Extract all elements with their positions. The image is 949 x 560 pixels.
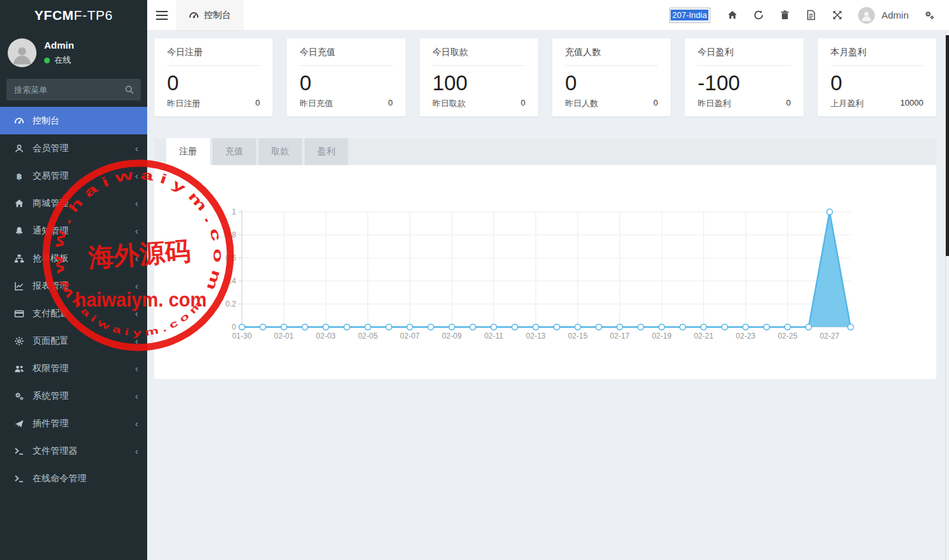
app-title-rest: F-TP6 <box>74 8 113 23</box>
stat-card-sub-value: 0 <box>786 98 790 109</box>
stat-card-title: 今日注册 <box>167 47 260 66</box>
main-content: 今日注册0昨日注册0今日充值0昨日充值0今日取款100昨日取款0充值人数0昨日人… <box>147 31 949 560</box>
chart-tab-withdraw[interactable]: 取款 <box>259 138 302 165</box>
sidebar-item-system[interactable]: 系统管理‹ <box>0 382 147 410</box>
bell-icon <box>14 226 26 236</box>
search-icon[interactable] <box>124 84 134 95</box>
fullscreen-button[interactable] <box>824 0 850 31</box>
top-navbar: 控制台 207-India Admin <box>147 0 949 31</box>
stat-card-sub-label: 昨日充值 <box>299 98 333 109</box>
scrollbar-thumb[interactable] <box>946 35 949 256</box>
sidebar-item-mall[interactable]: 商城管理‹ <box>0 189 147 217</box>
sidebar-item-permissions[interactable]: 权限管理‹ <box>0 355 147 382</box>
stat-card-value: 0 <box>167 71 260 95</box>
sidebar-item-label: 插件管理 <box>33 418 135 429</box>
svg-text:0.2: 0.2 <box>225 300 236 308</box>
svg-text:02-17: 02-17 <box>610 332 630 340</box>
sidebar-item-label: 抢单模板 <box>33 253 135 264</box>
sidebar-item-reports[interactable]: 报表管理‹ <box>0 272 147 300</box>
sidebar-item-online-commands[interactable]: 在线命令管理 <box>0 465 147 492</box>
svg-text:02-23: 02-23 <box>736 332 756 340</box>
trash-button[interactable] <box>772 0 798 31</box>
avatar <box>8 38 36 67</box>
chevron-left-icon: ‹ <box>135 364 138 373</box>
chevron-left-icon: ‹ <box>135 281 138 291</box>
chevron-left-icon: ‹ <box>135 446 138 456</box>
scrollbar[interactable] <box>945 31 949 560</box>
stat-card-title: 今日充值 <box>299 47 392 66</box>
svg-text:02-27: 02-27 <box>820 332 840 340</box>
chevron-left-icon: ‹ <box>135 391 138 401</box>
chart-tab-recharge[interactable]: 充值 <box>212 138 256 165</box>
svg-text:02-11: 02-11 <box>484 332 504 340</box>
terminal-icon <box>14 474 26 484</box>
sidebar-item-label: 通知管理 <box>33 225 135 237</box>
stat-card-recharge-users: 充值人数0昨日人数0 <box>552 38 671 116</box>
tab-console[interactable]: 控制台 <box>177 0 243 30</box>
home-icon <box>727 10 738 20</box>
stat-card-today-recharge: 今日充值0昨日充值0 <box>287 38 405 116</box>
stat-card-sub-label: 昨日盈利 <box>698 98 731 109</box>
sidebar-item-file-manager[interactable]: 文件管理器‹ <box>0 437 147 465</box>
home-icon <box>14 198 26 209</box>
sidebar-toggle-button[interactable] <box>147 0 177 30</box>
sidebar-item-label: 支付配置 <box>33 308 135 319</box>
sidebar-item-label: 在线命令管理 <box>33 473 138 484</box>
online-dot-icon <box>44 58 50 63</box>
user-name: Admin <box>44 40 74 51</box>
sitemap-icon <box>14 253 26 264</box>
stat-card-sub-label: 上月盈利 <box>831 98 864 109</box>
person-icon <box>861 10 872 22</box>
chart-tab-register[interactable]: 注册 <box>166 138 210 165</box>
terminal-icon <box>14 446 26 456</box>
settings-button[interactable] <box>916 0 943 31</box>
sidebar-item-payment-config[interactable]: 支付配置‹ <box>0 300 147 327</box>
svg-text:02-09: 02-09 <box>442 332 462 340</box>
svg-text:0.4: 0.4 <box>225 276 236 285</box>
language-button[interactable] <box>798 0 824 31</box>
stat-card-value: 0 <box>299 71 392 95</box>
user-icon <box>14 143 26 154</box>
sidebar-item-label: 权限管理 <box>33 363 135 374</box>
sidebar-search <box>6 79 141 100</box>
stat-cards-row: 今日注册0昨日注册0今日充值0昨日充值0今日取款100昨日取款0充值人数0昨日人… <box>154 38 936 116</box>
svg-text:02-21: 02-21 <box>694 332 714 340</box>
user-panel: Admin 在线 <box>0 31 147 76</box>
stat-card-sub-value: 10000 <box>900 98 923 109</box>
refresh-button[interactable] <box>746 0 772 31</box>
sidebar-item-label: 交易管理 <box>33 170 135 182</box>
env-input[interactable]: 207-India <box>669 8 710 23</box>
svg-text:0.8: 0.8 <box>225 230 236 239</box>
sidebar-item-order-template[interactable]: 抢单模板‹ <box>0 244 147 272</box>
chevron-left-icon: ‹ <box>135 226 138 236</box>
home-button[interactable] <box>719 0 746 31</box>
sidebar-item-label: 页面配置 <box>33 335 135 347</box>
stat-card-month-profit: 本月盈利0上月盈利10000 <box>818 38 936 116</box>
gears-icon <box>14 391 26 401</box>
sidebar-item-transactions[interactable]: ฿交易管理‹ <box>0 162 147 189</box>
user-menu[interactable]: Admin <box>850 7 916 24</box>
sidebar-item-members[interactable]: 会员管理‹ <box>0 134 147 162</box>
svg-text:02-13: 02-13 <box>526 332 546 340</box>
navbar-user-name: Admin <box>881 10 909 20</box>
registrations-chart: 00.20.40.60.8101-3002-0102-0302-0502-070… <box>154 165 936 379</box>
sidebar-item-label: 控制台 <box>33 115 138 127</box>
hamburger-icon <box>156 11 168 20</box>
search-input[interactable] <box>6 79 141 100</box>
chevron-left-icon: ‹ <box>135 171 138 180</box>
chart-tab-profit[interactable]: 盈利 <box>305 138 348 165</box>
sidebar-item-console[interactable]: 控制台 <box>0 107 147 134</box>
svg-text:02-15: 02-15 <box>568 332 587 340</box>
sidebar-item-label: 商城管理 <box>33 198 135 209</box>
sidebar-item-page-config[interactable]: 页面配置‹ <box>0 327 147 355</box>
sidebar-item-notifications[interactable]: 通知管理‹ <box>0 217 147 244</box>
settings-icon <box>924 10 935 20</box>
svg-text:1: 1 <box>232 207 236 216</box>
stat-card-value: 0 <box>565 71 658 95</box>
svg-text:0: 0 <box>232 323 236 332</box>
chevron-left-icon: ‹ <box>135 143 138 153</box>
gauge-icon <box>14 116 26 126</box>
sidebar-item-plugins[interactable]: 插件管理‹ <box>0 410 147 437</box>
stat-card-title: 今日取款 <box>433 47 525 66</box>
sidebar-item-label: 文件管理器 <box>33 445 135 457</box>
